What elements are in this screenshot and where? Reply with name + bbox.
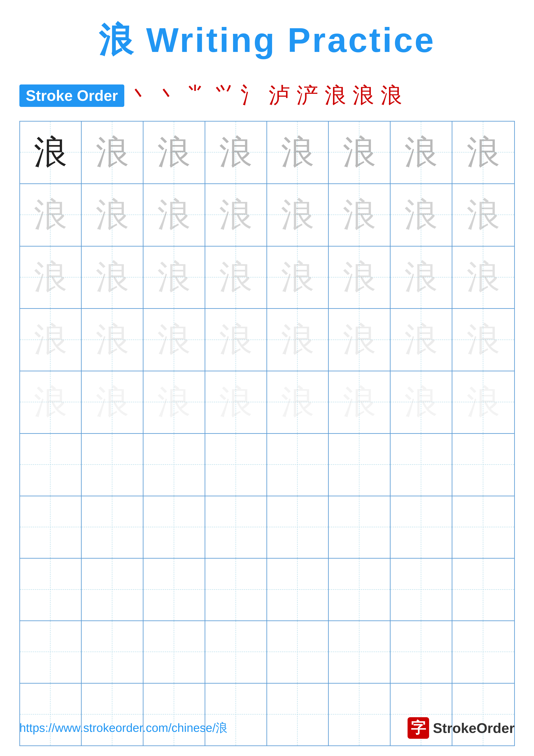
cell-8-5[interactable] bbox=[267, 558, 329, 620]
cell-6-2[interactable] bbox=[82, 434, 143, 496]
cell-4-3[interactable]: 浪 bbox=[143, 309, 205, 371]
cell-8-2[interactable] bbox=[82, 558, 143, 620]
cell-9-1[interactable] bbox=[20, 621, 82, 683]
cell-8-7[interactable] bbox=[391, 558, 452, 620]
char-guide: 浪 bbox=[404, 386, 438, 419]
cell-6-8[interactable] bbox=[452, 434, 514, 496]
cell-6-3[interactable] bbox=[143, 434, 205, 496]
grid-row-5: 浪 浪 浪 浪 浪 浪 浪 浪 bbox=[20, 371, 514, 434]
char-guide: 浪 bbox=[219, 323, 252, 357]
cell-2-7[interactable]: 浪 bbox=[391, 184, 452, 246]
cell-5-1[interactable]: 浪 bbox=[20, 371, 82, 433]
cell-5-8[interactable]: 浪 bbox=[452, 371, 514, 433]
char-guide: 浪 bbox=[404, 323, 438, 357]
char-guide: 浪 bbox=[404, 198, 438, 232]
cell-4-8[interactable]: 浪 bbox=[452, 309, 514, 371]
grid-row-9 bbox=[20, 621, 514, 684]
cell-1-6[interactable]: 浪 bbox=[329, 122, 391, 183]
cell-5-6[interactable]: 浪 bbox=[329, 371, 391, 433]
char-guide: 浪 bbox=[96, 260, 129, 294]
cell-9-8[interactable] bbox=[452, 621, 514, 683]
cell-9-3[interactable] bbox=[143, 621, 205, 683]
char-guide: 浪 bbox=[96, 323, 129, 357]
stroke-1: 丶 bbox=[129, 81, 150, 110]
stroke-7: 浐 bbox=[297, 81, 318, 110]
cell-5-7[interactable]: 浪 bbox=[391, 371, 452, 433]
cell-5-5[interactable]: 浪 bbox=[267, 371, 329, 433]
char-guide: 浪 bbox=[404, 260, 438, 294]
cell-7-1[interactable] bbox=[20, 496, 82, 558]
logo-icon: 字 bbox=[408, 717, 429, 739]
cell-9-7[interactable] bbox=[391, 621, 452, 683]
cell-1-4[interactable]: 浪 bbox=[205, 122, 267, 183]
char-guide: 浪 bbox=[343, 323, 376, 357]
char-guide: 浪 bbox=[157, 198, 191, 232]
cell-5-2[interactable]: 浪 bbox=[82, 371, 143, 433]
cell-8-3[interactable] bbox=[143, 558, 205, 620]
char-guide: 浪 bbox=[34, 386, 67, 419]
cell-8-1[interactable] bbox=[20, 558, 82, 620]
cell-4-7[interactable]: 浪 bbox=[391, 309, 452, 371]
char-guide: 浪 bbox=[34, 323, 67, 357]
char-dark: 浪 bbox=[34, 136, 67, 169]
practice-grid: 浪 浪 浪 浪 浪 浪 浪 浪 bbox=[19, 121, 515, 746]
grid-row-6 bbox=[20, 434, 514, 496]
cell-3-6[interactable]: 浪 bbox=[329, 247, 391, 309]
char-guide: 浪 bbox=[343, 198, 376, 232]
char-guide: 浪 bbox=[96, 198, 129, 232]
cell-7-6[interactable] bbox=[329, 496, 391, 558]
cell-6-7[interactable] bbox=[391, 434, 452, 496]
cell-2-2[interactable]: 浪 bbox=[82, 184, 143, 246]
cell-1-7[interactable]: 浪 bbox=[391, 122, 452, 183]
cell-7-2[interactable] bbox=[82, 496, 143, 558]
cell-3-1[interactable]: 浪 bbox=[20, 247, 82, 309]
cell-7-4[interactable] bbox=[205, 496, 267, 558]
char-guide: 浪 bbox=[219, 260, 252, 294]
cell-6-6[interactable] bbox=[329, 434, 391, 496]
char-guide: 浪 bbox=[467, 386, 500, 419]
cell-9-6[interactable] bbox=[329, 621, 391, 683]
grid-row-1: 浪 浪 浪 浪 浪 浪 浪 浪 bbox=[20, 122, 514, 184]
cell-4-5[interactable]: 浪 bbox=[267, 309, 329, 371]
cell-2-1[interactable]: 浪 bbox=[20, 184, 82, 246]
cell-5-3[interactable]: 浪 bbox=[143, 371, 205, 433]
cell-7-7[interactable] bbox=[391, 496, 452, 558]
cell-2-6[interactable]: 浪 bbox=[329, 184, 391, 246]
cell-3-4[interactable]: 浪 bbox=[205, 247, 267, 309]
char-guide: 浪 bbox=[219, 386, 252, 419]
cell-3-2[interactable]: 浪 bbox=[82, 247, 143, 309]
cell-4-2[interactable]: 浪 bbox=[82, 309, 143, 371]
cell-1-1[interactable]: 浪 bbox=[20, 122, 82, 183]
cell-1-3[interactable]: 浪 bbox=[143, 122, 205, 183]
cell-8-6[interactable] bbox=[329, 558, 391, 620]
cell-5-4[interactable]: 浪 bbox=[205, 371, 267, 433]
cell-6-1[interactable] bbox=[20, 434, 82, 496]
grid-row-8 bbox=[20, 558, 514, 621]
cell-9-4[interactable] bbox=[205, 621, 267, 683]
cell-1-2[interactable]: 浪 bbox=[82, 122, 143, 183]
cell-6-4[interactable] bbox=[205, 434, 267, 496]
cell-8-4[interactable] bbox=[205, 558, 267, 620]
cell-4-4[interactable]: 浪 bbox=[205, 309, 267, 371]
cell-4-6[interactable]: 浪 bbox=[329, 309, 391, 371]
cell-3-7[interactable]: 浪 bbox=[391, 247, 452, 309]
cell-1-8[interactable]: 浪 bbox=[452, 122, 514, 183]
cell-3-3[interactable]: 浪 bbox=[143, 247, 205, 309]
cell-2-8[interactable]: 浪 bbox=[452, 184, 514, 246]
cell-6-5[interactable] bbox=[267, 434, 329, 496]
grid-row-3: 浪 浪 浪 浪 浪 浪 浪 浪 bbox=[20, 247, 514, 309]
cell-9-2[interactable] bbox=[82, 621, 143, 683]
cell-9-5[interactable] bbox=[267, 621, 329, 683]
cell-4-1[interactable]: 浪 bbox=[20, 309, 82, 371]
cell-2-3[interactable]: 浪 bbox=[143, 184, 205, 246]
cell-7-5[interactable] bbox=[267, 496, 329, 558]
cell-1-5[interactable]: 浪 bbox=[267, 122, 329, 183]
cell-7-3[interactable] bbox=[143, 496, 205, 558]
cell-8-8[interactable] bbox=[452, 558, 514, 620]
cell-3-5[interactable]: 浪 bbox=[267, 247, 329, 309]
cell-2-5[interactable]: 浪 bbox=[267, 184, 329, 246]
cell-3-8[interactable]: 浪 bbox=[452, 247, 514, 309]
cell-2-4[interactable]: 浪 bbox=[205, 184, 267, 246]
char-guide: 浪 bbox=[343, 260, 376, 294]
cell-7-8[interactable] bbox=[452, 496, 514, 558]
